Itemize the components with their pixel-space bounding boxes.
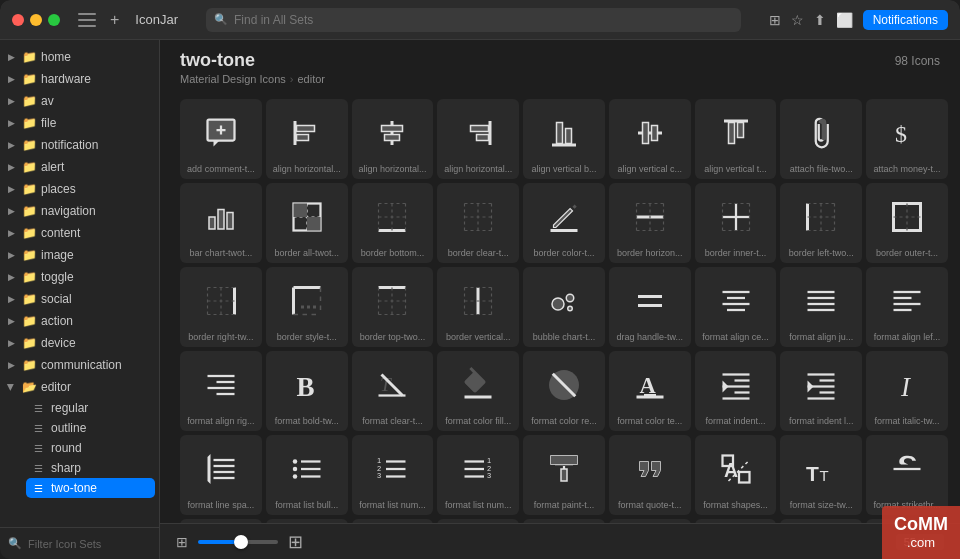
sidebar-item-home[interactable]: ▶ 📁 home: [4, 46, 155, 68]
icon-align-v-top[interactable]: align vertical t...: [695, 99, 777, 179]
sidebar-item-file[interactable]: ▶ 📁 file: [4, 112, 155, 134]
sidebar-toggle-button[interactable]: [78, 13, 96, 27]
icon-format-quote[interactable]: format quote-t...: [609, 435, 691, 515]
icon-border-bottom[interactable]: border bottom...: [352, 183, 434, 263]
icon-bubble-chart[interactable]: bubble chart-t...: [523, 267, 605, 347]
icon-format-paint[interactable]: format paint-t...: [523, 435, 605, 515]
icon-border-all[interactable]: border all-twot...: [266, 183, 348, 263]
align-vertical-top-icon: [714, 105, 758, 160]
icon-format-list-bulleted[interactable]: format list bull...: [266, 435, 348, 515]
icon-format-shapes[interactable]: A format shapes...: [695, 435, 777, 515]
add-set-button[interactable]: +: [110, 11, 119, 29]
sidebar-label-social: social: [41, 292, 147, 306]
icon-attach-money[interactable]: $ attach money-t...: [866, 99, 948, 179]
sidebar-item-communication[interactable]: ▶ 📁 communication: [4, 354, 155, 376]
icon-format-align-left[interactable]: format align lef...: [866, 267, 948, 347]
align-horizontal-right-icon: [456, 105, 500, 160]
share-button[interactable]: ⬆: [814, 12, 826, 28]
icon-format-bold[interactable]: B format bold-tw...: [266, 351, 348, 431]
sidebar: ▶ 📁 home ▶ 📁 hardware ▶ 📁 av ▶ 📁 file ▶: [0, 40, 160, 559]
sidebar-item-device[interactable]: ▶ 📁 device: [4, 332, 155, 354]
search-bar[interactable]: 🔍: [206, 8, 741, 32]
format-list-numbered-icon: 1 2 3: [370, 441, 414, 496]
sidebar-item-social[interactable]: ▶ 📁 social: [4, 288, 155, 310]
icon-format-list-numbered-rtl[interactable]: 1 2 3 format list num...: [437, 435, 519, 515]
icon-format-color-fill[interactable]: format color fill...: [437, 351, 519, 431]
sidebar-item-toggle[interactable]: ▶ 📁 toggle: [4, 266, 155, 288]
sidebar-item-notification[interactable]: ▶ 📁 notification: [4, 134, 155, 156]
icon-format-align-center[interactable]: format align ce...: [695, 267, 777, 347]
icon-border-left[interactable]: border left-two...: [780, 183, 862, 263]
icon-align-h-left[interactable]: align horizontal...: [266, 99, 348, 179]
maximize-button[interactable]: [48, 14, 60, 26]
icon-align-v-center[interactable]: align vertical c...: [609, 99, 691, 179]
sidebar-subitem-regular[interactable]: ☰ regular: [26, 398, 155, 418]
sidebar-filter[interactable]: 🔍: [0, 527, 159, 559]
search-input[interactable]: [234, 13, 733, 27]
icon-border-color[interactable]: border color-t...: [523, 183, 605, 263]
icon-border-outer[interactable]: border outer-t...: [866, 183, 948, 263]
icon-format-size[interactable]: T T format size-tw...: [780, 435, 862, 515]
icon-format-clear[interactable]: T format clear-t...: [352, 351, 434, 431]
icon-align-v-bottom[interactable]: align vertical b...: [523, 99, 605, 179]
icon-border-vertical[interactable]: border vertical...: [437, 267, 519, 347]
sidebar-item-action[interactable]: ▶ 📁 action: [4, 310, 155, 332]
icon-label: format indent l...: [784, 416, 858, 427]
sidebar-subitem-round[interactable]: ☰ round: [26, 438, 155, 458]
sidebar-item-places[interactable]: ▶ 📁 places: [4, 178, 155, 200]
icon-format-color-reset[interactable]: format color re...: [523, 351, 605, 431]
icon-format-indent-decrease[interactable]: format indent...: [695, 351, 777, 431]
sidebar-scroll[interactable]: ▶ 📁 home ▶ 📁 hardware ▶ 📁 av ▶ 📁 file ▶: [0, 40, 159, 527]
icon-border-top[interactable]: border top-two...: [352, 267, 434, 347]
sidebar-subitem-twotone[interactable]: ☰ two-tone: [26, 478, 155, 498]
filter-input[interactable]: [28, 538, 166, 550]
icon-format-list-numbered[interactable]: 1 2 3 format list num...: [352, 435, 434, 515]
sidebar-item-content[interactable]: ▶ 📁 content: [4, 222, 155, 244]
chevron-right-icon: ▶: [4, 162, 18, 172]
icon-format-indent-increase[interactable]: format indent l...: [780, 351, 862, 431]
icon-grid-container[interactable]: add comment-t... align horizontal... ali…: [160, 91, 960, 523]
sidebar-item-editor[interactable]: ▶ 📂 editor: [4, 376, 155, 398]
view-toggle-button[interactable]: ⊞: [769, 12, 781, 28]
svg-rect-22: [737, 122, 743, 137]
icon-format-italic[interactable]: I format italic-tw...: [866, 351, 948, 431]
close-button[interactable]: [12, 14, 24, 26]
svg-point-139: [292, 459, 297, 464]
icon-label: format paint-t...: [527, 500, 601, 511]
icon-label: bubble chart-t...: [527, 332, 601, 343]
icon-label: format color re...: [527, 416, 601, 427]
app-title: IconJar: [135, 12, 178, 27]
format-indent-decrease-icon: [714, 357, 758, 412]
sidebar-subitem-sharp[interactable]: ☰ sharp: [26, 458, 155, 478]
icon-align-h-right[interactable]: align horizontal...: [437, 99, 519, 179]
icon-border-clear[interactable]: border clear-t...: [437, 183, 519, 263]
star-button[interactable]: ☆: [791, 12, 804, 28]
icon-border-inner[interactable]: border inner-t...: [695, 183, 777, 263]
notifications-button[interactable]: Notifications: [863, 10, 948, 30]
sidebar-item-av[interactable]: ▶ 📁 av: [4, 90, 155, 112]
sidebar-item-alert[interactable]: ▶ 📁 alert: [4, 156, 155, 178]
sidebar-item-hardware[interactable]: ▶ 📁 hardware: [4, 68, 155, 90]
align-horizontal-left-icon: [285, 105, 329, 160]
sidebar-subitem-outline[interactable]: ☰ outline: [26, 418, 155, 438]
icon-border-right[interactable]: border right-tw...: [180, 267, 262, 347]
icon-format-align-right[interactable]: format align rig...: [180, 351, 262, 431]
add-comment-icon: [199, 105, 243, 160]
sidebar-item-navigation[interactable]: ▶ 📁 navigation: [4, 200, 155, 222]
icon-align-h-center[interactable]: align horizontal...: [352, 99, 434, 179]
icon-format-strikethrough[interactable]: format strikethr...: [866, 435, 948, 515]
icon-size-slider[interactable]: [198, 540, 278, 544]
icon-attach-file[interactable]: attach file-two...: [780, 99, 862, 179]
bottom-toolbar: ⊞ ⊞ 55pt ▲: [160, 523, 960, 559]
icon-drag-handle[interactable]: drag handle-tw...: [609, 267, 691, 347]
icon-format-align-justify[interactable]: format align ju...: [780, 267, 862, 347]
split-view-button[interactable]: ⬜: [836, 12, 853, 28]
icon-bar-chart[interactable]: bar chart-twot...: [180, 183, 262, 263]
icon-format-color-text[interactable]: A format color te...: [609, 351, 691, 431]
minimize-button[interactable]: [30, 14, 42, 26]
icon-border-style[interactable]: border style-t...: [266, 267, 348, 347]
icon-add-comment[interactable]: add comment-t...: [180, 99, 262, 179]
icon-border-horizontal[interactable]: border horizon...: [609, 183, 691, 263]
sidebar-item-image[interactable]: ▶ 📁 image: [4, 244, 155, 266]
icon-format-line-spacing[interactable]: format line spa...: [180, 435, 262, 515]
